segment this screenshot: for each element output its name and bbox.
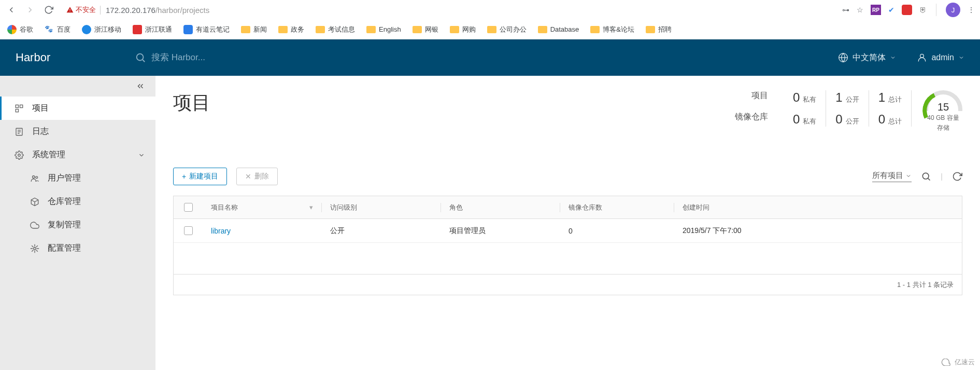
svg-rect-7: [16, 109, 18, 112]
address-bar[interactable]: 不安全 172.20.20.176/harbor/projects: [61, 2, 836, 18]
svg-rect-5: [16, 105, 18, 107]
user-dropdown[interactable]: admin: [917, 52, 964, 63]
project-link[interactable]: library: [203, 227, 322, 235]
folder-icon: [278, 26, 288, 33]
bookmark-baidu[interactable]: 🐾百度: [45, 25, 70, 34]
filter-dropdown[interactable]: 所有项目: [872, 171, 912, 182]
folder-icon: [538, 26, 547, 33]
profile-avatar[interactable]: J: [946, 3, 960, 17]
bird-extension-icon[interactable]: ✔: [888, 6, 894, 14]
cloud-icon: [30, 221, 40, 230]
storage-gauge: 15 40 GB 容量 存储: [912, 90, 962, 133]
users-icon: [30, 174, 40, 183]
bookmark-database[interactable]: Database: [538, 25, 579, 33]
delete-button[interactable]: ✕ 删除: [236, 168, 278, 185]
svg-point-12: [18, 154, 21, 156]
chevron-down-icon: [958, 54, 964, 61]
insecure-badge: 不安全: [66, 5, 96, 15]
folder-icon: [316, 26, 325, 33]
stat-projects-total: 1总计: [878, 90, 902, 105]
browser-nav-bar: 不安全 172.20.20.176/harbor/projects ⊶ ☆ RP…: [0, 0, 980, 20]
folder-icon: [487, 26, 496, 33]
stat-label-projects: 项目: [751, 90, 768, 101]
bookmark-google[interactable]: 谷歌: [7, 25, 33, 34]
svg-rect-6: [20, 105, 23, 107]
search-input[interactable]: [151, 52, 307, 63]
bookmark-gov[interactable]: 政务: [278, 25, 304, 34]
sidebar-item-admin[interactable]: 系统管理: [0, 143, 155, 167]
key-icon[interactable]: ⊶: [842, 6, 849, 14]
folder-icon: [646, 26, 655, 33]
svg-line-1: [143, 60, 145, 62]
search-icon: [135, 52, 146, 63]
cell-repo-count: 0: [560, 227, 674, 235]
language-dropdown[interactable]: 中文简体: [838, 52, 896, 63]
folder-icon: [366, 26, 376, 33]
stat-label-repos: 镜像仓库: [735, 112, 768, 122]
col-name[interactable]: 项目名称▾: [203, 203, 322, 212]
projects-icon: [15, 104, 25, 113]
sidebar-collapse-button[interactable]: [0, 76, 155, 97]
col-access[interactable]: 访问级别: [322, 203, 441, 212]
new-project-button[interactable]: + 新建项目: [173, 168, 227, 185]
bookmark-office[interactable]: 公司办公: [487, 25, 527, 34]
chevron-down-icon: [905, 173, 912, 179]
url-text: 172.20.20.176/harbor/projects: [100, 6, 209, 15]
svg-point-16: [34, 247, 36, 250]
bookmark-youdao[interactable]: 有道云笔记: [183, 25, 230, 34]
sidebar-item-logs[interactable]: 日志: [0, 120, 155, 143]
shield-extension-icon[interactable]: ⛨: [919, 6, 927, 14]
bookmarks-bar: 谷歌 🐾百度 浙江移动 浙江联通 有道云笔记 新闻 政务 考试信息 Englis…: [0, 20, 980, 39]
rp-extension-icon[interactable]: RP: [871, 5, 881, 15]
cell-access: 公开: [322, 226, 441, 236]
reload-button[interactable]: [42, 4, 55, 16]
col-created[interactable]: 创建时间: [674, 203, 962, 212]
app-header: Harbor 中文简体 admin: [0, 39, 980, 76]
cube-icon: [30, 197, 40, 207]
stat-projects-public: 1公开: [835, 90, 859, 105]
refresh-button[interactable]: [952, 171, 962, 182]
bookmark-shop[interactable]: 网购: [450, 25, 476, 34]
watermark: 亿速云: [941, 358, 975, 367]
gear-icon: [30, 244, 40, 253]
cloud-icon: [941, 359, 953, 366]
select-all-checkbox[interactable]: [184, 203, 193, 212]
table-row: library 公开 项目管理员 0 2019/5/7 下午7:00: [174, 219, 962, 243]
sidebar-item-users[interactable]: 用户管理: [0, 167, 155, 190]
bookmark-bank[interactable]: 网银: [413, 25, 438, 34]
stat-repos-public: 0公开: [835, 112, 859, 127]
projects-table: 项目名称▾ 访问级别 角色 镜像仓库数 创建时间 library 公开 项目管理…: [173, 196, 962, 295]
bookmark-zjunicom[interactable]: 浙江联通: [133, 25, 172, 34]
back-button[interactable]: [5, 4, 18, 16]
browser-right-icons: ⊶ ☆ RP ✔ ⛨ J ⋮: [842, 3, 975, 17]
svg-point-14: [36, 176, 38, 178]
menu-icon[interactable]: ⋮: [968, 6, 975, 14]
sidebar-item-config[interactable]: 配置管理: [0, 237, 155, 260]
bookmark-exam[interactable]: 考试信息: [316, 25, 355, 34]
search-toggle-button[interactable]: [921, 171, 931, 182]
col-repo-count[interactable]: 镜像仓库数: [560, 203, 674, 212]
sidebar-item-projects[interactable]: 项目: [0, 97, 155, 120]
bookmark-blog[interactable]: 博客&论坛: [590, 25, 634, 34]
folder-icon: [241, 26, 250, 33]
stat-repos-total: 0总计: [878, 112, 902, 127]
bookmark-english[interactable]: English: [366, 25, 401, 33]
row-checkbox[interactable]: [184, 226, 193, 235]
col-role[interactable]: 角色: [441, 203, 560, 212]
admin-icon: [15, 150, 25, 160]
user-icon: [917, 52, 927, 63]
bookmark-jobs[interactable]: 招聘: [646, 25, 672, 34]
search-wrapper: [135, 52, 838, 63]
cell-role: 项目管理员: [441, 226, 560, 236]
globe-icon: [838, 52, 848, 63]
bookmark-news[interactable]: 新闻: [241, 25, 267, 34]
star-icon[interactable]: ☆: [857, 6, 863, 14]
bookmark-zjmobile[interactable]: 浙江移动: [82, 25, 121, 34]
sidebar-item-replication[interactable]: 复制管理: [0, 213, 155, 237]
sidebar-item-repos[interactable]: 仓库管理: [0, 190, 155, 213]
red-extension-icon[interactable]: [902, 5, 912, 15]
folder-icon: [450, 26, 459, 33]
folder-icon: [590, 26, 600, 33]
svg-point-17: [923, 173, 929, 179]
forward-button[interactable]: [24, 4, 36, 16]
